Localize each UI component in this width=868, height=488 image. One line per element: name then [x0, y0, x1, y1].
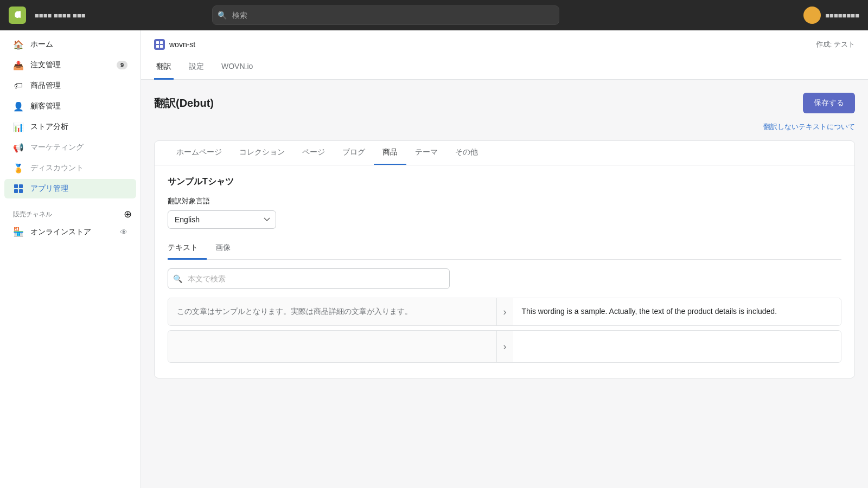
eye-icon[interactable]: 👁 [120, 228, 127, 236]
svg-rect-1 [14, 184, 18, 188]
svg-rect-8 [160, 45, 163, 48]
sidebar-item-orders[interactable]: 📥 注文管理 9 [4, 55, 136, 75]
app-icon [154, 39, 165, 50]
sidebar-item-marketing: 📢 マーケティング [4, 138, 136, 157]
lang-select[interactable]: English French German Spanish Chinese [168, 210, 276, 229]
svg-rect-4 [19, 189, 23, 193]
username: ■■■■■■■■ [825, 11, 859, 20]
tab-wovnio[interactable]: WOVN.io [219, 56, 255, 80]
page-header: wovn-st 作成: テスト 翻訳 設定 WOVN.io [141, 30, 868, 80]
svg-rect-5 [156, 41, 159, 44]
lang-select-label: 翻訳対象言語 [168, 196, 841, 206]
breadcrumb: wovn-st [154, 39, 195, 50]
sidebar-item-online-store[interactable]: 🏪 オンラインストア 👁 [4, 222, 136, 241]
translation-header: 翻訳(Debut) 保存する [154, 93, 855, 113]
app-name: wovn-st [169, 40, 195, 49]
arrow-icon: › [497, 298, 513, 325]
apps-icon [13, 183, 24, 194]
products-icon: 🏷 [13, 80, 24, 91]
save-button[interactable]: 保存する [803, 93, 855, 113]
topbar-right: ■■■■■■■■ [803, 7, 859, 24]
svg-rect-6 [160, 41, 163, 44]
sidebar-item-label: アプリ管理 [30, 184, 68, 194]
search-input[interactable] [212, 5, 559, 25]
tab-blog[interactable]: ブログ [334, 141, 374, 165]
arrow-icon-2: › [497, 331, 513, 362]
store-name: ■■■■ ■■■■ ■■■ [35, 11, 86, 20]
main-tabs: 翻訳 設定 WOVN.io [154, 56, 855, 79]
sidebar-item-apps[interactable]: アプリ管理 [4, 179, 136, 198]
table-row: この文章はサンプルとなります。実際は商品詳細の文章が入ります。 › This w… [168, 298, 841, 326]
sidebar-item-label: 顧客管理 [30, 101, 61, 111]
main-content: wovn-st 作成: テスト 翻訳 設定 WOVN.io 翻訳 [141, 30, 868, 488]
analytics-icon: 📊 [13, 121, 24, 132]
inner-search-input[interactable] [168, 268, 450, 289]
topbar: ■■■■ ■■■■ ■■■ 🔍 ■■■■■■■■ [0, 0, 868, 30]
tab-settings[interactable]: 設定 [187, 56, 206, 80]
translation-rows: この文章はサンプルとなります。実際は商品詳細の文章が入ります。 › This w… [168, 298, 841, 367]
sidebar-item-label: マーケティング [30, 143, 84, 152]
breadcrumb-row: wovn-st 作成: テスト [154, 39, 855, 56]
home-icon: 🏠 [13, 39, 24, 50]
sidebar-item-label: ディスカウント [30, 163, 84, 173]
sidebar-item-products[interactable]: 🏷 商品管理 [4, 76, 136, 95]
tab-translation[interactable]: 翻訳 [154, 56, 174, 80]
content-tabs: ホームページ コレクション ページ ブログ 商品 テーマ [155, 141, 854, 165]
tab-pages[interactable]: ページ [293, 141, 334, 165]
sidebar-item-analytics[interactable]: 📊 ストア分析 [4, 117, 136, 137]
sub-tabs: テキスト 画像 [168, 237, 841, 260]
sidebar-item-label: 注文管理 [30, 60, 61, 70]
sidebar-item-discounts: 🏅 ディスカウント [4, 158, 136, 178]
translation-title: 翻訳(Debut) [154, 96, 214, 111]
sidebar-item-home[interactable]: 🏠 ホーム [4, 35, 136, 54]
sidebar-item-label: ホーム [30, 40, 53, 49]
tab-products[interactable]: 商品 [374, 141, 406, 165]
sidebar-nav: 🏠 ホーム 📥 注文管理 9 🏷 商品管理 👤 顧客管理 📊 ストア分析 [0, 30, 141, 488]
sidebar: 🏠 ホーム 📥 注文管理 9 🏷 商品管理 👤 顧客管理 📊 ストア分析 [0, 30, 141, 488]
sales-channel-label: 販売チャネル [13, 210, 52, 219]
sidebar-item-label: 商品管理 [30, 81, 61, 91]
tab-homepage[interactable]: ホームページ [168, 141, 231, 165]
content-area: 翻訳(Debut) 保存する 翻訳しないテキストについて ホームページ コレクシ… [141, 80, 868, 391]
untranslated-link[interactable]: 翻訳しないテキストについて [763, 123, 855, 131]
sales-channel-section: 販売チャネル ⊕ [0, 200, 141, 222]
orders-icon: 📥 [13, 60, 24, 70]
sidebar-item-customers[interactable]: 👤 顧客管理 [4, 97, 136, 116]
untranslated-link-container: 翻訳しないテキストについて [154, 122, 855, 132]
inner-search-container: 🔍 [168, 268, 841, 289]
sub-tab-images[interactable]: 画像 [215, 237, 239, 260]
content-card: ホームページ コレクション ページ ブログ 商品 テーマ [154, 140, 855, 378]
created-by: 作成: テスト [816, 40, 855, 49]
sub-tab-text[interactable]: テキスト [168, 237, 207, 260]
tab-collections[interactable]: コレクション [231, 141, 293, 165]
search-icon: 🔍 [218, 11, 227, 20]
discounts-icon: 🏅 [13, 163, 24, 174]
source-text-2 [168, 331, 497, 362]
product-section: サンプルTシャツ 翻訳対象言語 English French German Sp… [155, 165, 854, 378]
sidebar-item-label: オンラインストア [30, 227, 91, 237]
online-store-icon: 🏪 [13, 227, 24, 237]
search-bar-container: 🔍 [212, 5, 559, 25]
source-text: この文章はサンプルとなります。実際は商品詳細の文章が入ります。 [168, 298, 497, 325]
target-text-2[interactable] [513, 331, 841, 362]
add-channel-icon[interactable]: ⊕ [124, 208, 132, 220]
svg-rect-3 [14, 189, 18, 193]
target-text[interactable]: This wording is a sample. Actually, the … [513, 298, 841, 325]
orders-badge: 9 [117, 61, 127, 69]
svg-rect-2 [19, 184, 23, 188]
marketing-icon: 📢 [13, 142, 24, 153]
tab-other[interactable]: その他 [446, 141, 487, 165]
tab-theme[interactable]: テーマ [406, 141, 446, 165]
svg-rect-7 [156, 45, 159, 48]
inner-search-icon: 🔍 [173, 274, 182, 283]
product-title: サンプルTシャツ [168, 176, 841, 188]
table-row: › [168, 330, 841, 363]
online-store-actions: 👁 [120, 228, 127, 236]
avatar [803, 7, 821, 24]
sidebar-item-label: ストア分析 [30, 122, 68, 132]
customers-icon: 👤 [13, 101, 24, 112]
shopify-logo [9, 7, 26, 24]
